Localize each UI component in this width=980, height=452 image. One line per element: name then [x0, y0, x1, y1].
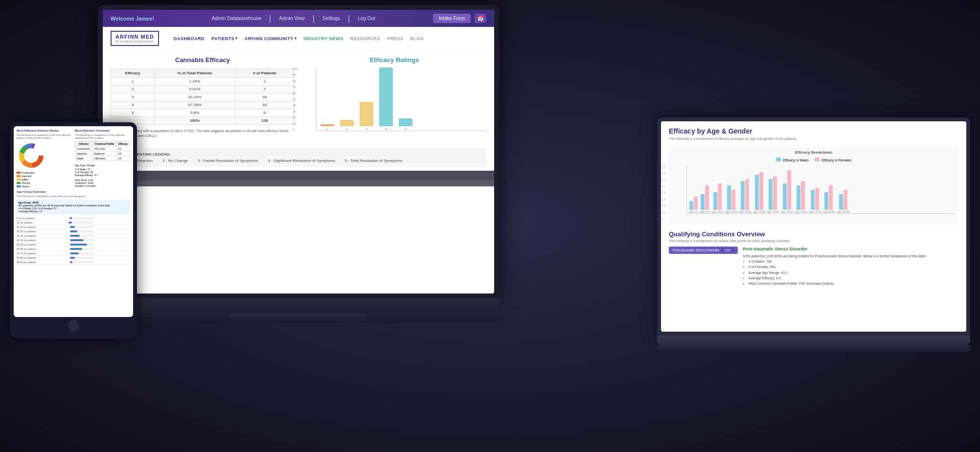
bars-pair	[797, 181, 805, 210]
table-row: EdibleCBD Dom.3.8	[75, 156, 130, 161]
nav-community[interactable]: ARFINN COMMUNITY	[245, 36, 297, 41]
age-row: 70-79 yrs patients ○	[17, 251, 130, 256]
age-bar	[70, 230, 77, 232]
chart-title: Efficacy Breakdown	[673, 150, 955, 155]
bar-1	[320, 124, 334, 126]
cell: 2	[235, 78, 295, 86]
age-row: 0-14 yrs patients ○	[17, 216, 130, 221]
age-gender-group: Age: 10-14	[711, 183, 723, 213]
female-bar	[815, 188, 819, 210]
male-bar	[824, 192, 828, 210]
bar-group-3: 3	[360, 102, 373, 131]
bars-pair	[811, 188, 819, 210]
delivery-legend: Combustion Vaporizer Edible Tincture Top…	[17, 171, 72, 188]
male-bar	[755, 175, 759, 210]
scene: Welcome James! Admin Datawarehouse | Adm…	[0, 0, 980, 452]
laptop-base	[657, 345, 970, 352]
female-bar	[787, 170, 791, 210]
cell: 20.29%	[155, 93, 235, 101]
cell: 93	[235, 101, 295, 109]
age-label: Age: 10-14	[711, 210, 723, 213]
age-bar-container	[70, 252, 94, 254]
age-gender-group: Age: 15-19	[725, 185, 737, 213]
cannabis-efficacy-title: Cannabis Efficacy	[111, 56, 295, 64]
age-bar	[70, 244, 87, 246]
tablet-home-button[interactable]	[68, 320, 79, 332]
logout-link[interactable]: Log Out	[358, 16, 375, 21]
age-rows: 0-14 yrs patients ○ 15 yrs patients ○ 16…	[17, 216, 130, 265]
age-label: Age: 0-4	[689, 210, 698, 213]
age-gender-group: Age: 90-100	[837, 190, 850, 213]
bar-group-1: 1	[320, 124, 334, 131]
nav-resources[interactable]: RESOURCES	[350, 36, 381, 41]
monitor-screen: Welcome James! Admin Datawarehouse | Adm…	[103, 10, 494, 294]
tablet-device: Most Effective Delivery Modes The follow…	[10, 122, 137, 339]
chart-legend: Efficacy in Males Efficacy in Females	[673, 158, 955, 162]
donut-chart	[17, 141, 46, 170]
male-bar	[797, 185, 800, 210]
tablet-frame: Most Effective Delivery Modes The follow…	[10, 122, 137, 339]
delivery-modes-section: Most Effective Delivery Modes The follow…	[17, 129, 72, 188]
col-efficacy: Efficacy	[111, 69, 155, 78]
female-bar	[745, 179, 749, 210]
tablet-screen: Most Effective Delivery Modes The follow…	[14, 126, 133, 317]
age-row: 15 yrs patients ○	[17, 221, 130, 225]
table-total-row: 100% 138	[111, 117, 295, 125]
nav-industry-news[interactable]: INDUSTRY NEWS	[303, 36, 343, 41]
logo-main-text: ARFINN MED	[115, 34, 154, 40]
legend-title: EFFICACY RATING LEGEND:	[116, 152, 480, 157]
legend-items: 1 - Adverse Reaction 2 - No Change 3 - P…	[116, 158, 480, 163]
monitor-bottom-band	[103, 171, 494, 181]
efficacy-ratings-panel: Efficacy Ratings 0 10 20 30 40 50 60 70	[302, 56, 486, 138]
bar-group-4: 4	[379, 68, 393, 131]
female-bar	[829, 185, 833, 210]
nav-patients[interactable]: PATIENTS	[211, 36, 238, 41]
settings-link[interactable]: Settings	[322, 16, 340, 21]
admin-view-link[interactable]: Admin View	[279, 16, 305, 21]
age-bar	[69, 217, 72, 219]
nav-press[interactable]: PRESS	[387, 36, 403, 41]
y-axis-labels: 0 10 20 30 40 50 60 70 80 90 100	[293, 68, 297, 131]
condition-detail-title: Post-traumatic Stress Disorder	[743, 247, 926, 251]
male-bar	[811, 190, 815, 210]
nav-blog[interactable]: BLOG	[410, 36, 424, 41]
treatment-subtitle: The following is a breakdown of most eff…	[75, 134, 130, 139]
age-row: 20-29 yrs patients ○	[17, 229, 130, 234]
table-row: CombustionTHC Dom.4.2	[75, 146, 130, 151]
monitor-main-content: Cannabis Efficacy Efficacy % of Total Pa…	[103, 50, 494, 144]
nav-dashboard[interactable]: DASHBOARD	[174, 36, 205, 41]
legend-male: Efficacy in Males	[776, 158, 809, 162]
calendar-icon[interactable]: 📅	[475, 14, 486, 23]
condition-count: 1261	[721, 248, 734, 252]
bars-pair	[783, 170, 791, 210]
laptop-content: Efficacy by Age & Gender The following i…	[661, 121, 966, 292]
bars-pair	[727, 185, 735, 210]
age-bar-container	[70, 235, 94, 237]
delivery-subtitle: The following is a breakdown of the most…	[17, 134, 72, 139]
age-bar	[68, 222, 72, 224]
table-row: 3 20.29% 28	[111, 93, 295, 101]
cell: 1	[111, 78, 155, 86]
age-label: Age: 15-19	[725, 210, 737, 213]
age-gender-group: Age: 40-49	[767, 177, 779, 213]
male-bar	[741, 181, 745, 210]
treatment-extras: Daily Dose: 1.2g Frequency: Once Duratio…	[75, 179, 130, 187]
tablet-content: Most Effective Delivery Modes The follow…	[14, 126, 133, 268]
intake-form-button[interactable]: Intake Form	[433, 14, 471, 23]
age-label: Age: 30-39	[753, 210, 765, 213]
age-gender-group: Age: 5-9	[700, 185, 709, 213]
admin-datawarehouse-link[interactable]: Admin Datawarehouse	[212, 16, 261, 21]
age-bar-container	[68, 222, 93, 224]
tablet-top-sections: Most Effective Delivery Modes The follow…	[17, 129, 130, 188]
condition-badge[interactable]: Post-traumatic Stress Disorder 1261	[669, 247, 738, 254]
age-gender-group: Age: 70-79	[809, 188, 820, 213]
table-row: 1 1.45% 2	[111, 78, 295, 86]
efficacy-chart-title: Efficacy Ratings	[302, 56, 486, 64]
bar-4	[379, 68, 393, 126]
monitor-base	[230, 314, 367, 323]
age-label: Age: 80-89	[823, 210, 835, 213]
age-group-title: Age Group Overview	[17, 190, 130, 193]
bars-pair	[839, 190, 847, 210]
age-bar-container	[70, 244, 94, 246]
bars-pair	[824, 185, 833, 210]
